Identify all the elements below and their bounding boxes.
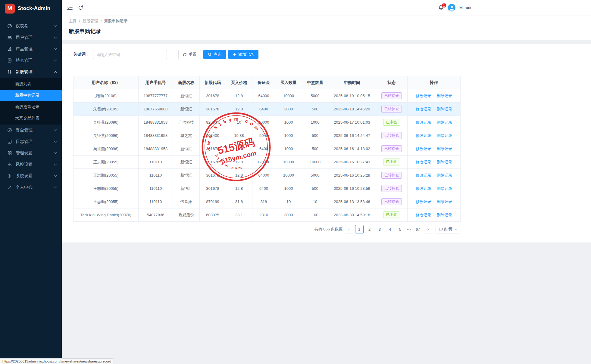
pagination-prev-button[interactable]: <	[345, 225, 353, 233]
pagination-page-2[interactable]: 2	[365, 225, 374, 233]
edit-record-link[interactable]: 修改记录	[416, 173, 431, 177]
collapse-sidebar-icon[interactable]	[67, 5, 73, 10]
sidebar-item-label: 仪表盘	[16, 23, 54, 29]
edit-record-link[interactable]: 修改记录	[416, 120, 431, 125]
pagination-page-4[interactable]: 4	[386, 225, 394, 233]
edit-record-link[interactable]: 修改记录	[416, 160, 431, 164]
edit-record-link[interactable]: 修改记录	[416, 199, 431, 204]
pagination-page-67[interactable]: 67	[414, 225, 422, 233]
delete-record-link[interactable]: 删除记录	[436, 147, 452, 151]
table-body: 厨师(20108)13877777777新恒汇30167812.86400010…	[73, 89, 461, 222]
avatar[interactable]	[448, 4, 455, 11]
pagination-page-3[interactable]: 3	[376, 225, 384, 233]
cell-code: 301678	[200, 142, 226, 156]
edit-record-link[interactable]: 修改记录	[416, 213, 431, 217]
breadcrumb-item-1[interactable]: 新股管理	[83, 18, 98, 24]
status-badge: 已转持仓	[381, 132, 402, 139]
search-button[interactable]: 查询	[203, 50, 226, 59]
table-row: 王志顺(20055)110110新恒汇30167812.864001000500…	[73, 182, 461, 195]
profile-icon	[7, 185, 12, 190]
column-header: 申购时间	[328, 76, 376, 89]
chevron-down-icon	[54, 37, 57, 39]
cell-user: 王志顺(20055)	[73, 195, 139, 208]
username[interactable]: Mitrade	[459, 5, 472, 10]
risk-icon	[7, 162, 12, 167]
delete-record-link[interactable]: 删除记录	[436, 199, 452, 204]
sidebar-subitem-newshare-list[interactable]: 新股列表	[0, 78, 62, 90]
edit-record-link[interactable]: 修改记录	[416, 186, 431, 191]
edit-record-link[interactable]: 修改记录	[416, 107, 431, 111]
edit-record-link[interactable]: 修改记录	[416, 94, 431, 98]
notifications-button[interactable]: 1	[438, 5, 444, 11]
cell-code: 301678	[200, 103, 226, 116]
cell-buy_qty: 1000	[275, 116, 302, 129]
sidebar-subitem-newshare-grab-records[interactable]: 新股抢筹记录	[0, 101, 62, 113]
edit-record-link[interactable]: 修改记录	[416, 133, 431, 138]
add-record-button[interactable]: 添加记录	[228, 50, 258, 59]
sidebar-item-label: 系统设置	[16, 173, 54, 179]
page-title: 新股申购记录	[69, 28, 584, 35]
sidebar-item-system-settings[interactable]: 系统设置	[0, 170, 62, 182]
sidebar-item-product-management[interactable]: 产品管理	[0, 43, 62, 55]
refresh-icon[interactable]	[78, 5, 83, 10]
keyword-label: 关键词：	[73, 52, 90, 57]
page-size-select[interactable]: 10 条/页	[436, 225, 460, 233]
edit-record-link[interactable]: 修改记录	[416, 147, 431, 151]
delete-record-link[interactable]: 删除记录	[436, 173, 452, 177]
sidebar-item-label: 产品管理	[16, 46, 54, 52]
action-divider: |	[433, 94, 434, 98]
cell-status: 已转持仓	[376, 129, 408, 142]
sidebar-item-fund-management[interactable]: 资金管理	[0, 125, 62, 136]
cell-stock: 新恒汇	[173, 89, 200, 103]
app-title: Stock-Admin	[18, 5, 50, 11]
delete-record-link[interactable]: 删除记录	[436, 107, 452, 111]
cell-win_qty: 100	[302, 208, 328, 222]
sidebar-item-admin-settings[interactable]: 管理设置	[0, 147, 62, 159]
breadcrumb-item-0[interactable]: 主页	[69, 18, 77, 24]
cell-win_qty: 1000	[302, 116, 328, 129]
cell-buy_qty: 3000	[275, 103, 302, 116]
action-divider: |	[433, 120, 434, 125]
delete-record-link[interactable]: 删除记录	[436, 120, 452, 125]
delete-record-link[interactable]: 删除记录	[436, 213, 452, 217]
chevron-down-icon	[54, 187, 57, 188]
delete-record-link[interactable]: 删除记录	[436, 186, 452, 191]
search-icon	[208, 53, 212, 57]
sidebar-subitem-newshare-subscribe-records[interactable]: 新股申购记录	[0, 90, 62, 101]
status-badge: 已中签	[383, 119, 400, 126]
cell-buy_qty: 10000	[275, 89, 302, 103]
reset-button[interactable]: 重置	[178, 50, 201, 59]
chevron-down-icon	[54, 152, 57, 154]
cell-user: 王志顺(20055)	[73, 156, 139, 169]
pagination-next-button[interactable]: >	[424, 225, 432, 233]
delete-record-link[interactable]: 删除记录	[436, 94, 452, 98]
keyword-input[interactable]	[93, 50, 167, 59]
cell-price: 12.8	[226, 103, 252, 116]
cell-time: 2025-06-16 10:25:28	[328, 169, 376, 182]
users-icon	[7, 35, 12, 40]
sidebar-item-position-management[interactable]: 持仓管理	[0, 55, 62, 66]
action-divider: |	[433, 199, 434, 204]
cell-win_qty: 500	[302, 103, 328, 116]
sidebar-item-personal-center[interactable]: 个人中心	[0, 182, 62, 193]
sidebar-item-risk-settings[interactable]: 风控设置	[0, 159, 62, 170]
sidebar-subitem-block-trade-list[interactable]: 大宗交易列表	[0, 113, 62, 124]
cell-price: 12.8	[226, 89, 252, 103]
pagination-page-5[interactable]: 5	[396, 225, 405, 233]
cell-code: 301678	[200, 169, 226, 182]
cell-user: 朱雪娇(20105)	[73, 103, 139, 116]
sidebar-item-user-management[interactable]: 用户管理	[0, 32, 62, 43]
delete-record-link[interactable]: 删除记录	[436, 133, 452, 138]
cell-stock: 新恒汇	[173, 103, 200, 116]
cell-price: 12.8	[226, 142, 252, 156]
sidebar-item-label: 用户管理	[16, 35, 54, 40]
pagination-page-1[interactable]: 1	[355, 225, 364, 233]
sidebar-item-newshare-management[interactable]: 新股管理	[0, 66, 62, 78]
newshares-icon	[7, 69, 12, 75]
delete-record-link[interactable]: 删除记录	[436, 160, 452, 164]
sidebar-item-log-management[interactable]: 日志管理	[0, 136, 62, 147]
sidebar-item-dashboard[interactable]: 仪表盘	[0, 20, 62, 32]
logo[interactable]: M Stock-Admin	[0, 0, 62, 17]
action-divider: |	[433, 173, 434, 177]
cell-code: 920037	[200, 116, 226, 129]
